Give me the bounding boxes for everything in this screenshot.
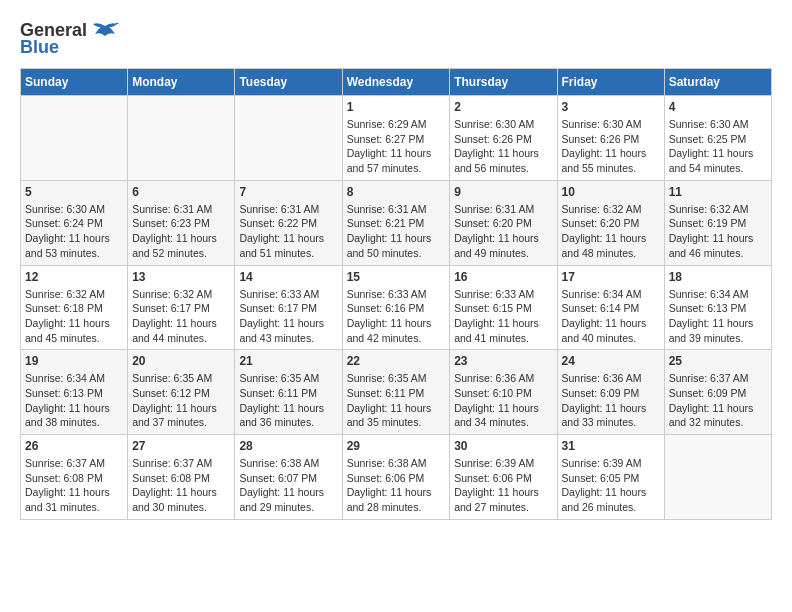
calendar-cell: 30Sunrise: 6:39 AM Sunset: 6:06 PM Dayli… [450, 435, 557, 520]
day-info: Sunrise: 6:36 AM Sunset: 6:10 PM Dayligh… [454, 371, 552, 430]
day-info: Sunrise: 6:29 AM Sunset: 6:27 PM Dayligh… [347, 117, 446, 176]
calendar-cell: 21Sunrise: 6:35 AM Sunset: 6:11 PM Dayli… [235, 350, 342, 435]
day-number: 10 [562, 185, 660, 199]
calendar-header-tuesday: Tuesday [235, 69, 342, 96]
day-number: 19 [25, 354, 123, 368]
day-info: Sunrise: 6:39 AM Sunset: 6:06 PM Dayligh… [454, 456, 552, 515]
calendar-cell: 4Sunrise: 6:30 AM Sunset: 6:25 PM Daylig… [664, 96, 771, 181]
calendar-header-row: SundayMondayTuesdayWednesdayThursdayFrid… [21, 69, 772, 96]
day-number: 17 [562, 270, 660, 284]
day-info: Sunrise: 6:37 AM Sunset: 6:09 PM Dayligh… [669, 371, 767, 430]
calendar-week-row: 5Sunrise: 6:30 AM Sunset: 6:24 PM Daylig… [21, 180, 772, 265]
calendar-cell [21, 96, 128, 181]
day-number: 18 [669, 270, 767, 284]
day-number: 11 [669, 185, 767, 199]
day-number: 14 [239, 270, 337, 284]
calendar-cell: 24Sunrise: 6:36 AM Sunset: 6:09 PM Dayli… [557, 350, 664, 435]
day-info: Sunrise: 6:32 AM Sunset: 6:20 PM Dayligh… [562, 202, 660, 261]
day-number: 21 [239, 354, 337, 368]
day-info: Sunrise: 6:38 AM Sunset: 6:07 PM Dayligh… [239, 456, 337, 515]
day-number: 23 [454, 354, 552, 368]
day-number: 28 [239, 439, 337, 453]
calendar-cell: 17Sunrise: 6:34 AM Sunset: 6:14 PM Dayli… [557, 265, 664, 350]
calendar-cell: 5Sunrise: 6:30 AM Sunset: 6:24 PM Daylig… [21, 180, 128, 265]
day-info: Sunrise: 6:33 AM Sunset: 6:16 PM Dayligh… [347, 287, 446, 346]
day-info: Sunrise: 6:36 AM Sunset: 6:09 PM Dayligh… [562, 371, 660, 430]
calendar-cell: 29Sunrise: 6:38 AM Sunset: 6:06 PM Dayli… [342, 435, 450, 520]
day-info: Sunrise: 6:37 AM Sunset: 6:08 PM Dayligh… [25, 456, 123, 515]
calendar-header-sunday: Sunday [21, 69, 128, 96]
calendar-header-saturday: Saturday [664, 69, 771, 96]
calendar-cell: 18Sunrise: 6:34 AM Sunset: 6:13 PM Dayli… [664, 265, 771, 350]
day-number: 1 [347, 100, 446, 114]
day-info: Sunrise: 6:34 AM Sunset: 6:14 PM Dayligh… [562, 287, 660, 346]
day-number: 26 [25, 439, 123, 453]
day-info: Sunrise: 6:30 AM Sunset: 6:26 PM Dayligh… [562, 117, 660, 176]
day-info: Sunrise: 6:31 AM Sunset: 6:21 PM Dayligh… [347, 202, 446, 261]
day-info: Sunrise: 6:33 AM Sunset: 6:17 PM Dayligh… [239, 287, 337, 346]
calendar-cell: 28Sunrise: 6:38 AM Sunset: 6:07 PM Dayli… [235, 435, 342, 520]
calendar-cell: 10Sunrise: 6:32 AM Sunset: 6:20 PM Dayli… [557, 180, 664, 265]
calendar-cell [664, 435, 771, 520]
calendar-cell: 12Sunrise: 6:32 AM Sunset: 6:18 PM Dayli… [21, 265, 128, 350]
calendar-cell: 25Sunrise: 6:37 AM Sunset: 6:09 PM Dayli… [664, 350, 771, 435]
calendar-cell [235, 96, 342, 181]
calendar-cell: 13Sunrise: 6:32 AM Sunset: 6:17 PM Dayli… [128, 265, 235, 350]
day-number: 22 [347, 354, 446, 368]
calendar-cell: 23Sunrise: 6:36 AM Sunset: 6:10 PM Dayli… [450, 350, 557, 435]
calendar-cell: 15Sunrise: 6:33 AM Sunset: 6:16 PM Dayli… [342, 265, 450, 350]
day-info: Sunrise: 6:37 AM Sunset: 6:08 PM Dayligh… [132, 456, 230, 515]
day-number: 29 [347, 439, 446, 453]
day-info: Sunrise: 6:31 AM Sunset: 6:22 PM Dayligh… [239, 202, 337, 261]
day-info: Sunrise: 6:33 AM Sunset: 6:15 PM Dayligh… [454, 287, 552, 346]
calendar-header-friday: Friday [557, 69, 664, 96]
calendar-cell: 6Sunrise: 6:31 AM Sunset: 6:23 PM Daylig… [128, 180, 235, 265]
logo: General Blue [20, 20, 119, 58]
day-info: Sunrise: 6:38 AM Sunset: 6:06 PM Dayligh… [347, 456, 446, 515]
day-number: 6 [132, 185, 230, 199]
day-number: 7 [239, 185, 337, 199]
day-number: 15 [347, 270, 446, 284]
page-header: General Blue [20, 20, 772, 58]
calendar-header-thursday: Thursday [450, 69, 557, 96]
calendar-cell: 2Sunrise: 6:30 AM Sunset: 6:26 PM Daylig… [450, 96, 557, 181]
day-info: Sunrise: 6:34 AM Sunset: 6:13 PM Dayligh… [25, 371, 123, 430]
calendar-cell: 7Sunrise: 6:31 AM Sunset: 6:22 PM Daylig… [235, 180, 342, 265]
day-number: 4 [669, 100, 767, 114]
day-info: Sunrise: 6:31 AM Sunset: 6:23 PM Dayligh… [132, 202, 230, 261]
logo-text-blue: Blue [20, 37, 59, 58]
day-info: Sunrise: 6:35 AM Sunset: 6:11 PM Dayligh… [347, 371, 446, 430]
calendar-cell: 8Sunrise: 6:31 AM Sunset: 6:21 PM Daylig… [342, 180, 450, 265]
day-number: 31 [562, 439, 660, 453]
calendar-week-row: 1Sunrise: 6:29 AM Sunset: 6:27 PM Daylig… [21, 96, 772, 181]
calendar-week-row: 26Sunrise: 6:37 AM Sunset: 6:08 PM Dayli… [21, 435, 772, 520]
day-number: 25 [669, 354, 767, 368]
logo-bird-icon [91, 22, 119, 40]
calendar-cell: 26Sunrise: 6:37 AM Sunset: 6:08 PM Dayli… [21, 435, 128, 520]
day-info: Sunrise: 6:32 AM Sunset: 6:19 PM Dayligh… [669, 202, 767, 261]
day-info: Sunrise: 6:35 AM Sunset: 6:12 PM Dayligh… [132, 371, 230, 430]
calendar-cell: 1Sunrise: 6:29 AM Sunset: 6:27 PM Daylig… [342, 96, 450, 181]
day-number: 9 [454, 185, 552, 199]
day-number: 13 [132, 270, 230, 284]
calendar-cell: 22Sunrise: 6:35 AM Sunset: 6:11 PM Dayli… [342, 350, 450, 435]
day-number: 3 [562, 100, 660, 114]
day-info: Sunrise: 6:35 AM Sunset: 6:11 PM Dayligh… [239, 371, 337, 430]
calendar-cell: 31Sunrise: 6:39 AM Sunset: 6:05 PM Dayli… [557, 435, 664, 520]
day-number: 24 [562, 354, 660, 368]
calendar-header-wednesday: Wednesday [342, 69, 450, 96]
day-number: 20 [132, 354, 230, 368]
calendar-header-monday: Monday [128, 69, 235, 96]
calendar-cell: 16Sunrise: 6:33 AM Sunset: 6:15 PM Dayli… [450, 265, 557, 350]
day-info: Sunrise: 6:30 AM Sunset: 6:24 PM Dayligh… [25, 202, 123, 261]
day-info: Sunrise: 6:32 AM Sunset: 6:18 PM Dayligh… [25, 287, 123, 346]
calendar-cell: 27Sunrise: 6:37 AM Sunset: 6:08 PM Dayli… [128, 435, 235, 520]
day-number: 8 [347, 185, 446, 199]
day-number: 30 [454, 439, 552, 453]
day-info: Sunrise: 6:30 AM Sunset: 6:25 PM Dayligh… [669, 117, 767, 176]
calendar-cell: 20Sunrise: 6:35 AM Sunset: 6:12 PM Dayli… [128, 350, 235, 435]
day-info: Sunrise: 6:30 AM Sunset: 6:26 PM Dayligh… [454, 117, 552, 176]
day-number: 5 [25, 185, 123, 199]
calendar-cell: 3Sunrise: 6:30 AM Sunset: 6:26 PM Daylig… [557, 96, 664, 181]
calendar-cell: 14Sunrise: 6:33 AM Sunset: 6:17 PM Dayli… [235, 265, 342, 350]
